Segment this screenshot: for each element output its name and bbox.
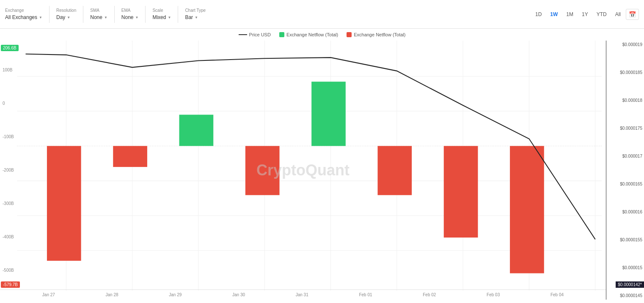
divider-5	[178, 6, 178, 23]
bar-feb02	[444, 146, 478, 237]
x-label-feb01: Feb 01	[359, 292, 372, 297]
bar-jan31	[311, 82, 346, 146]
legend-red-icon	[347, 32, 352, 37]
scale-value: Mixed	[152, 14, 166, 20]
calendar-button[interactable]: 📅	[626, 9, 639, 20]
resolution-group: Resolution Day ▼	[56, 8, 76, 20]
y-tick-minus500b: -500B	[3, 268, 14, 273]
y-tick-minus100b: -100B	[3, 134, 14, 139]
time-btn-all[interactable]: All	[612, 10, 624, 19]
divider-1	[49, 6, 50, 23]
legend-price-label: Price USD	[249, 32, 271, 37]
legend-red: Exchange Netflow (Total)	[347, 32, 405, 37]
r-tick-9: $0.000015	[620, 265, 642, 270]
bar-jan29	[179, 115, 214, 146]
chart-type-label: Chart Type	[185, 8, 206, 13]
ema-select[interactable]: None ▼	[121, 14, 139, 20]
exchange-value: All Exchanges	[5, 14, 37, 20]
legend-green: Exchange Netflow (Total)	[279, 32, 338, 37]
r-tick-5: $0.000017	[620, 154, 642, 158]
r-tick-7: $0.000016	[620, 210, 642, 214]
right-axis-labels: $0.000019 $0.0000185 $0.000018 $0.000017…	[620, 41, 642, 300]
scale-select[interactable]: Mixed ▼	[152, 14, 171, 20]
time-btn-1d[interactable]: 1D	[532, 10, 545, 19]
bar-feb01	[377, 146, 412, 195]
sma-group: SMA None ▼	[90, 8, 107, 20]
x-label-feb02: Feb 02	[423, 292, 436, 297]
r-tick-10: $0.0000145	[620, 293, 642, 298]
x-label-jan28: Jan 28	[106, 292, 118, 297]
time-buttons: 1D 1W 1M 1Y YTD All 📅	[532, 9, 639, 20]
x-axis: Jan 27 Jan 28 Jan 29 Jan 30 Jan 31 Feb 0…	[0, 289, 606, 300]
divider-3	[114, 6, 115, 23]
chart-type-select[interactable]: Bar ▼	[185, 14, 206, 20]
x-label-feb03: Feb 03	[487, 292, 500, 297]
scale-group: Scale Mixed ▼	[152, 8, 171, 20]
chart-container: 206.6B -579.7B 100B 0 -100B -200B -300B …	[0, 41, 644, 300]
chart-type-arrow: ▼	[195, 16, 198, 19]
sma-arrow: ▼	[104, 16, 107, 19]
ema-group: EMA None ▼	[121, 8, 139, 20]
y-axis-left-ticks: 100B 0 -100B -200B -300B -400B -500B	[3, 41, 14, 300]
sma-value: None	[90, 14, 102, 20]
x-label-jan31: Jan 31	[296, 292, 308, 297]
legend-green-icon	[279, 32, 284, 37]
resolution-arrow: ▼	[67, 16, 70, 19]
r-tick-6: $0.0000165	[620, 182, 642, 186]
price-line	[26, 54, 595, 240]
exchange-select[interactable]: All Exchanges ▼	[5, 14, 42, 20]
chart-type-group: Chart Type Bar ▼	[185, 8, 206, 20]
exchange-label: Exchange	[5, 8, 42, 13]
r-tick-4: $0.0000175	[620, 126, 642, 131]
bar-jan28	[113, 146, 147, 167]
y-tick-minus200b: -200B	[3, 168, 14, 172]
scale-arrow: ▼	[168, 16, 171, 19]
time-btn-1m[interactable]: 1M	[563, 10, 577, 19]
resolution-label: Resolution	[56, 8, 76, 13]
sma-select[interactable]: None ▼	[90, 14, 107, 20]
time-btn-1y[interactable]: 1Y	[578, 10, 592, 19]
r-tick-8: $0.0000155	[620, 237, 642, 242]
legend-red-label: Exchange Netflow (Total)	[354, 32, 405, 37]
ema-arrow: ▼	[135, 16, 139, 19]
y-tick-minus300b: -300B	[3, 201, 14, 206]
y-tick-0: 0	[3, 101, 14, 106]
time-btn-ytd[interactable]: YTD	[593, 10, 610, 19]
ema-label: EMA	[121, 8, 139, 13]
bar-feb03	[510, 146, 544, 273]
chart-left: 206.6B -579.7B 100B 0 -100B -200B -300B …	[0, 41, 606, 300]
y-tick-minus400b: -400B	[3, 235, 14, 239]
legend-price: Price USD	[239, 32, 271, 37]
exchange-group: Exchange All Exchanges ▼	[5, 8, 42, 20]
bar-jan30	[245, 146, 280, 195]
y-tick-100b: 100B	[3, 68, 14, 72]
toolbar: Exchange All Exchanges ▼ Resolution Day …	[0, 0, 644, 29]
exchange-arrow: ▼	[39, 16, 42, 19]
divider-4	[145, 6, 146, 23]
scale-label: Scale	[152, 8, 171, 13]
chart-right-axis: $0.000019 $0.0000185 $0.000018 $0.000017…	[606, 41, 644, 300]
x-label-jan30: Jan 30	[232, 292, 245, 297]
chart-type-value: Bar	[185, 14, 193, 20]
bar-jan27	[47, 146, 81, 261]
chart-legend: Price USD Exchange Netflow (Total) Excha…	[0, 29, 644, 41]
time-btn-1w[interactable]: 1W	[547, 10, 561, 19]
sma-label: SMA	[90, 8, 107, 13]
r-tick-1: $0.000019	[620, 42, 642, 47]
ema-value: None	[121, 14, 134, 20]
resolution-select[interactable]: Day ▼	[56, 14, 76, 20]
r-tick-3: $0.000018	[620, 98, 642, 103]
x-label-jan27: Jan 27	[42, 292, 55, 297]
current-price-badge: $0.0000142*	[616, 281, 644, 288]
x-label-feb04: Feb 04	[550, 292, 564, 297]
chart-svg	[0, 41, 606, 300]
legend-line-icon	[239, 34, 247, 35]
divider-2	[83, 6, 83, 23]
legend-green-label: Exchange Netflow (Total)	[286, 32, 338, 37]
x-label-jan29: Jan 29	[169, 292, 182, 297]
r-tick-2: $0.0000185	[620, 70, 642, 75]
resolution-value: Day	[56, 14, 65, 20]
